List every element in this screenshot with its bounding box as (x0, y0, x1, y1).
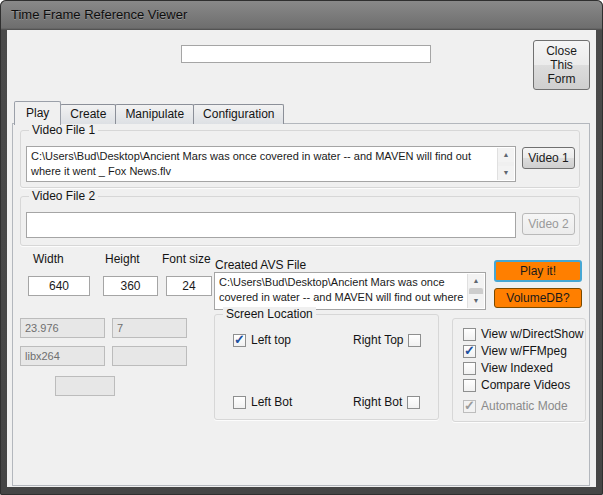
extra2-input (55, 376, 115, 396)
tab-strip: Play Create Manipulate Configuration (14, 101, 283, 124)
volume-db-button[interactable]: VolumeDB? (494, 288, 582, 308)
font-size-input[interactable] (166, 276, 212, 296)
left-top-label: Left top (251, 333, 291, 347)
right-top-checkbox[interactable]: Right Top (353, 333, 421, 347)
checkbox-checked-icon[interactable] (463, 345, 476, 358)
width-label: Width (33, 252, 64, 266)
automatic-mode-label: Automatic Mode (481, 399, 568, 413)
scroll-up-icon[interactable]: ▲ (468, 274, 484, 288)
codec-input (20, 346, 105, 366)
compare-videos-label: Compare Videos (481, 378, 570, 392)
checkbox-unchecked-icon[interactable] (407, 396, 420, 409)
compare-videos-checkbox[interactable]: Compare Videos (463, 378, 570, 392)
view-options-group: View w/DirectShow View w/FFMpeg View Ind… (452, 318, 586, 422)
top-entry-input[interactable] (181, 45, 431, 63)
right-bot-label: Right Bot (353, 395, 402, 409)
tab-play[interactable]: Play (14, 101, 61, 125)
avs-file-label: Created AVS File (215, 258, 306, 272)
tab-create[interactable]: Create (60, 104, 116, 124)
video-file-1-scrollbar[interactable]: ▲ ▼ (497, 148, 514, 180)
play-it-button[interactable]: Play it! (494, 260, 582, 282)
checkbox-unchecked-icon[interactable] (463, 379, 476, 392)
video-file-2-group-label: Video File 2 (29, 189, 98, 203)
screen-location-group: Screen Location Left top Right Top Left … (214, 314, 439, 420)
checkbox-checked-disabled-icon (463, 400, 476, 413)
misc-value-input (112, 318, 187, 338)
avs-file-input[interactable]: C:\Users\Bud\Desktop\Ancient Mars was on… (214, 272, 486, 310)
left-bot-checkbox[interactable]: Left Bot (233, 395, 292, 409)
avs-file-text: C:\Users\Bud\Desktop\Ancient Mars was on… (219, 276, 463, 303)
right-top-label: Right Top (353, 333, 403, 347)
checkbox-unchecked-icon[interactable] (463, 328, 476, 341)
app-window: Time Frame Reference Viewer Close This F… (0, 0, 603, 495)
tab-configuration[interactable]: Configuration (193, 104, 284, 124)
video-file-2-path-input[interactable] (26, 212, 516, 238)
scroll-down-icon[interactable]: ▼ (498, 166, 514, 180)
title-bar[interactable]: Time Frame Reference Viewer (0, 0, 603, 30)
view-directshow-label: View w/DirectShow (481, 327, 583, 341)
window-title: Time Frame Reference Viewer (11, 7, 187, 22)
automatic-mode-checkbox: Automatic Mode (463, 399, 568, 413)
tab-manipulate[interactable]: Manipulate (115, 104, 194, 124)
client-area: Close This Form Play Create Manipulate C… (7, 30, 596, 487)
height-input[interactable] (103, 276, 158, 296)
video-2-button[interactable]: Video 2 (522, 213, 575, 235)
screen-location-group-label: Screen Location (223, 307, 316, 321)
right-bot-checkbox[interactable]: Right Bot (353, 395, 420, 409)
view-indexed-label: View Indexed (481, 361, 553, 375)
video-1-button[interactable]: Video 1 (522, 147, 575, 169)
avs-file-scrollbar[interactable]: ▲ ▼ (467, 274, 484, 308)
view-indexed-checkbox[interactable]: View Indexed (463, 361, 553, 375)
checkbox-checked-icon[interactable] (233, 334, 246, 347)
framerate-input (20, 318, 105, 338)
video-file-1-path-input[interactable]: C:\Users\Bud\Desktop\Ancient Mars was on… (26, 146, 516, 182)
height-label: Height (105, 252, 140, 266)
extra1-input (112, 346, 187, 366)
checkbox-unchecked-icon[interactable] (408, 334, 421, 347)
font-size-label: Font size (162, 252, 211, 266)
scroll-up-icon[interactable]: ▲ (498, 148, 514, 162)
view-directshow-checkbox[interactable]: View w/DirectShow (463, 327, 583, 341)
view-ffmpeg-checkbox[interactable]: View w/FFMpeg (463, 344, 567, 358)
left-bot-label: Left Bot (251, 395, 292, 409)
scroll-down-icon[interactable]: ▼ (468, 294, 484, 308)
left-top-checkbox[interactable]: Left top (233, 333, 291, 347)
width-input[interactable] (28, 276, 90, 296)
checkbox-unchecked-icon[interactable] (233, 396, 246, 409)
video-file-1-group-label: Video File 1 (29, 123, 98, 137)
video-file-1-path-text: C:\Users\Bud\Desktop\Ancient Mars was on… (31, 150, 471, 177)
close-form-button[interactable]: Close This Form (533, 40, 590, 90)
checkbox-unchecked-icon[interactable] (463, 362, 476, 375)
view-ffmpeg-label: View w/FFMpeg (481, 344, 567, 358)
